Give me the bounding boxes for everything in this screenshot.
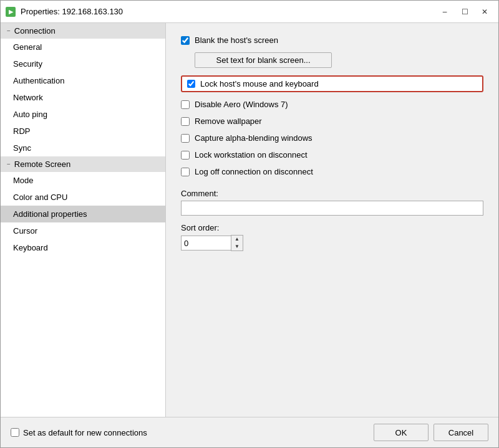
lock-workstation-checkbox[interactable] <box>181 151 190 160</box>
connection-group-header[interactable]: − Connection <box>1 23 165 39</box>
sidebar-item-general-label: General <box>13 42 42 52</box>
title-bar: ▶ Properties: 192.168.163.130 – ☐ ✕ <box>1 1 498 23</box>
sidebar-item-general[interactable]: General <box>1 39 165 55</box>
set-text-button[interactable]: Set text for blank screen... <box>195 52 332 68</box>
log-off-label[interactable]: Log off connection on disconnect <box>195 167 313 176</box>
sidebar-item-rdp[interactable]: RDP <box>1 123 165 140</box>
footer: Set as default for new connections OK Ca… <box>1 417 498 447</box>
remote-screen-group-label: Remote Screen <box>14 160 70 169</box>
window-controls: – ☐ ✕ <box>436 5 493 19</box>
sidebar-item-mode-label: Mode <box>13 176 34 185</box>
sidebar-item-network-label: Network <box>13 93 43 102</box>
sidebar-item-additional-properties[interactable]: Additional properties <box>1 206 165 222</box>
blank-screen-row: Blank the host's screen <box>181 36 483 45</box>
cancel-button[interactable]: Cancel <box>434 424 488 441</box>
lock-mouse-checkbox[interactable] <box>187 80 195 88</box>
sidebar-item-color-cpu[interactable]: Color and CPU <box>1 189 165 206</box>
main-window: ▶ Properties: 192.168.163.130 – ☐ ✕ − Co… <box>0 0 499 448</box>
window-title: Properties: 192.168.163.130 <box>21 7 436 16</box>
lock-workstation-row: Lock workstation on disconnect <box>181 150 483 160</box>
connection-group-label: Connection <box>14 26 56 36</box>
blank-screen-label[interactable]: Blank the host's screen <box>195 36 278 45</box>
sidebar-item-additional-properties-label: Additional properties <box>13 209 87 219</box>
sidebar-item-mode[interactable]: Mode <box>1 172 165 189</box>
remove-wallpaper-row: Remove wallpaper <box>181 117 483 126</box>
maximize-button[interactable]: ☐ <box>456 5 473 19</box>
default-connection-checkbox[interactable] <box>11 428 19 437</box>
disable-aero-label[interactable]: Disable Aero (Windows 7) <box>195 100 288 109</box>
comment-section: Comment: <box>181 189 483 216</box>
sort-spin-down-button[interactable]: ▼ <box>231 243 243 250</box>
sidebar-item-keyboard-label: Keyboard <box>13 243 48 252</box>
app-icon: ▶ <box>6 7 16 17</box>
comment-input[interactable] <box>181 201 483 216</box>
log-off-checkbox[interactable] <box>181 168 190 176</box>
sidebar-item-cursor[interactable]: Cursor <box>1 222 165 239</box>
content-area: − Connection General Security Authentica… <box>1 23 498 417</box>
main-panel: Blank the host's screen Set text for bla… <box>166 23 498 417</box>
lock-mouse-label[interactable]: Lock host's mouse and keyboard <box>200 79 319 88</box>
lock-mouse-row: Lock host's mouse and keyboard <box>181 75 483 92</box>
sort-order-input[interactable] <box>181 236 231 250</box>
sort-order-section: Sort order: ▲ ▼ <box>181 223 483 251</box>
sidebar-item-network[interactable]: Network <box>1 89 165 106</box>
ok-button[interactable]: OK <box>374 424 429 441</box>
disable-aero-row: Disable Aero (Windows 7) <box>181 100 483 109</box>
remote-screen-expand-icon: − <box>7 161 11 168</box>
sort-order-label: Sort order: <box>181 223 483 232</box>
capture-alpha-checkbox[interactable] <box>181 134 190 143</box>
default-connection-label[interactable]: Set as default for new connections <box>23 428 147 437</box>
sort-spin-up-button[interactable]: ▲ <box>231 236 243 243</box>
sidebar-item-security-label: Security <box>13 59 42 69</box>
remove-wallpaper-checkbox[interactable] <box>181 117 190 126</box>
sort-spinner: ▲ ▼ <box>231 235 243 251</box>
footer-buttons: OK Cancel <box>374 424 488 441</box>
sidebar-item-authentication[interactable]: Authentication <box>1 72 165 89</box>
capture-alpha-row: Capture alpha-blending windows <box>181 133 483 143</box>
disable-aero-checkbox[interactable] <box>181 100 190 109</box>
sidebar-item-sync[interactable]: Sync <box>1 140 165 156</box>
sidebar-item-rdp-label: RDP <box>13 126 30 136</box>
connection-expand-icon: − <box>7 27 11 34</box>
blank-screen-checkbox[interactable] <box>181 36 190 45</box>
capture-alpha-label[interactable]: Capture alpha-blending windows <box>195 133 312 143</box>
comment-label: Comment: <box>181 189 483 198</box>
remove-wallpaper-label[interactable]: Remove wallpaper <box>195 117 262 126</box>
log-off-row: Log off connection on disconnect <box>181 167 483 176</box>
minimize-button[interactable]: – <box>436 5 453 19</box>
sort-order-wrapper: ▲ ▼ <box>181 235 483 251</box>
sidebar-item-cursor-label: Cursor <box>13 226 37 236</box>
sidebar-item-authentication-label: Authentication <box>13 76 64 85</box>
sidebar: − Connection General Security Authentica… <box>1 23 166 417</box>
set-text-wrapper: Set text for blank screen... <box>181 52 483 68</box>
remote-screen-group-header[interactable]: − Remote Screen <box>1 156 165 172</box>
sidebar-item-sync-label: Sync <box>13 143 31 153</box>
sidebar-item-auto-ping-label: Auto ping <box>13 110 47 119</box>
sidebar-item-security[interactable]: Security <box>1 55 165 72</box>
lock-workstation-label[interactable]: Lock workstation on disconnect <box>195 150 308 160</box>
sidebar-item-auto-ping[interactable]: Auto ping <box>1 106 165 123</box>
footer-left: Set as default for new connections <box>11 428 147 437</box>
sidebar-item-keyboard[interactable]: Keyboard <box>1 239 165 256</box>
sidebar-item-color-cpu-label: Color and CPU <box>13 193 67 202</box>
close-button[interactable]: ✕ <box>476 5 493 19</box>
